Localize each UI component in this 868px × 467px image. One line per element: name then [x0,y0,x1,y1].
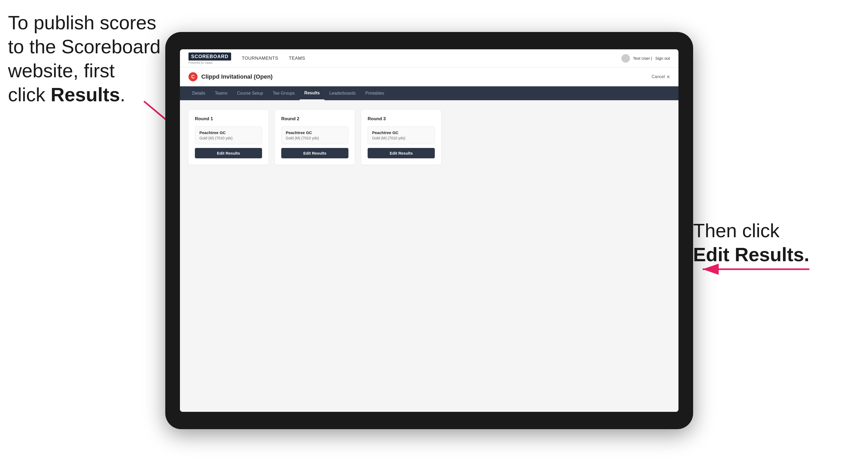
round-2-course-name: Peachtree GC [286,130,344,135]
tab-details[interactable]: Details [187,86,210,100]
close-icon: ✕ [666,74,670,80]
round-2-course-card: Peachtree GC Gold (M) (7010 yds) [281,126,348,144]
round-2-card: Round 2 Peachtree GC Gold (M) (7010 yds)… [275,110,355,165]
round-1-course-name: Peachtree GC [199,130,257,135]
tournament-title: Clippd Invitational (Open) [201,73,273,80]
logo-area: SCOREBOARD Powered by clippd [188,53,231,64]
top-nav-bar: SCOREBOARD Powered by clippd TOURNAMENTS… [180,49,678,67]
round-2-course-details: Gold (M) (7010 yds) [286,136,344,140]
instruction-left-line3: website, first [8,60,115,81]
tournament-header: C Clippd Invitational (Open) Cancel ✕ [180,67,678,86]
cancel-button[interactable]: Cancel ✕ [652,74,670,80]
logo-box: SCOREBOARD [188,53,231,61]
round-1-card: Round 1 Peachtree GC Gold (M) (7010 yds)… [188,110,269,165]
user-name: Test User | [633,56,652,61]
tab-leaderboards[interactable]: Leaderboards [324,86,361,100]
tablet-shell: SCOREBOARD Powered by clippd TOURNAMENTS… [165,32,693,429]
tablet-screen: SCOREBOARD Powered by clippd TOURNAMENTS… [180,49,678,412]
round-3-edit-results-button[interactable]: Edit Results [368,148,435,158]
round-3-course-details: Gold (M) (7010 yds) [372,136,430,140]
tab-teams[interactable]: Teams [210,86,232,100]
round-1-course-card: Peachtree GC Gold (M) (7010 yds) [195,126,262,144]
rounds-section: Round 1 Peachtree GC Gold (M) (7010 yds)… [180,100,678,174]
round-1-title: Round 1 [195,116,262,122]
nav-teams[interactable]: TEAMS [289,56,305,61]
sign-out-link[interactable]: Sign out [655,56,670,61]
tournament-icon: C [188,72,197,81]
instruction-right-line1: Then click [693,220,779,241]
nav-right: Test User | Sign out [621,54,670,63]
round-3-course-name: Peachtree GC [372,130,430,135]
tab-tee-groups[interactable]: Tee Groups [268,86,300,100]
round-3-course-card: Peachtree GC Gold (M) (7010 yds) [368,126,435,144]
round-3-title: Round 3 [368,116,435,122]
round-3-card: Round 3 Peachtree GC Gold (M) (7010 yds)… [361,110,441,165]
logo-sub: Powered by clippd [188,61,231,64]
nav-tournaments[interactable]: TOURNAMENTS [242,56,278,61]
instruction-left-line2: to the Scoreboard [8,36,160,57]
main-nav: TOURNAMENTS TEAMS [242,56,305,61]
tab-bar: Details Teams Course Setup Tee Groups Re… [180,86,678,100]
content-area: C Clippd Invitational (Open) Cancel ✕ De… [180,67,678,412]
tab-printables[interactable]: Printables [361,86,389,100]
tab-course-setup[interactable]: Course Setup [232,86,268,100]
tab-results[interactable]: Results [300,86,325,100]
tournament-title-row: C Clippd Invitational (Open) [188,72,273,81]
round-2-edit-results-button[interactable]: Edit Results [281,148,348,158]
round-1-course-details: Gold (M) (7010 yds) [199,136,257,140]
instruction-left-line1: To publish scores [8,12,156,33]
user-avatar [621,54,630,63]
arrow-to-edit-results [687,253,820,307]
round-2-title: Round 2 [281,116,348,122]
round-1-edit-results-button[interactable]: Edit Results [195,148,262,158]
